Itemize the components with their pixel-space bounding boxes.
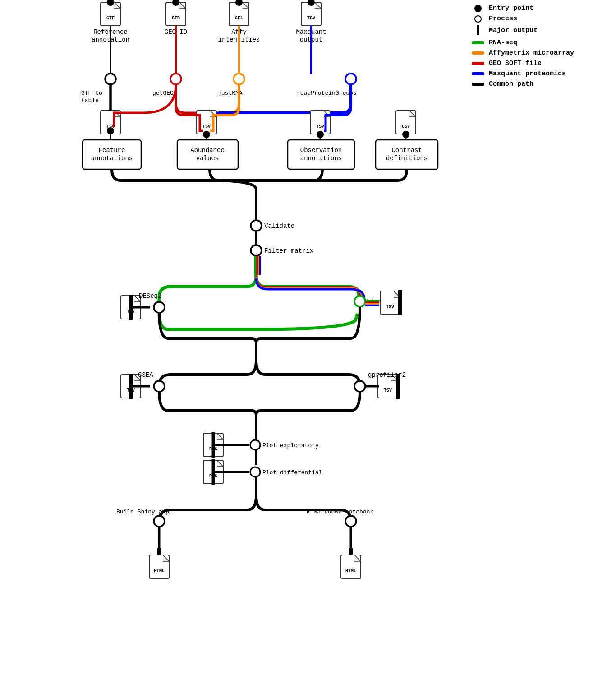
label-observation2: annotations: [300, 155, 342, 162]
path-blue-right: [256, 278, 364, 300]
label-observation: Observation: [300, 147, 342, 154]
label-feature-annotations: Feature: [99, 147, 125, 154]
process-plot-exploratory: [250, 440, 260, 450]
svg-text:TSV: TSV: [202, 124, 211, 129]
svg-text:TSV: TSV: [307, 16, 315, 21]
path-orange-right: [256, 277, 363, 299]
label-gtf-to-table2: table: [81, 97, 99, 104]
path-trunk-left: [112, 169, 256, 203]
svg-text:TSV: TSV: [384, 388, 392, 393]
label-abundance-values2: values: [196, 155, 219, 162]
path-trunk-right: [256, 169, 407, 180]
process-justrma: [234, 74, 244, 84]
entry-dot-feature2: [107, 127, 114, 134]
process-gtf-to-table: [105, 74, 116, 84]
path-deseq2-to-limma: [159, 313, 358, 329]
file-html-rmarkdown: HTML: [341, 555, 361, 578]
path-gsea-fork: [159, 361, 256, 386]
label-plot-differential: Plot differential: [262, 469, 322, 476]
process-filter-matrix: [251, 245, 262, 256]
entry-dot-abundance: [203, 131, 210, 138]
label-feature-annotations2: annotations: [91, 155, 133, 162]
label-r-markdown: R Markdown notebook: [307, 509, 373, 515]
process-gsea: [154, 381, 165, 392]
path-gprofiler-trunk: [256, 392, 360, 415]
process-validate: [251, 220, 262, 231]
path-gsea-trunk: [159, 392, 256, 415]
process-readproteingroups: [345, 74, 356, 84]
path-trunk-center-left: [210, 169, 256, 180]
svg-text:CEL: CEL: [235, 16, 243, 21]
entry-dot-contrast: [402, 131, 409, 138]
svg-text:HTML: HTML: [154, 569, 165, 573]
entry-dot-observation: [317, 131, 324, 138]
label-contrast2: definitions: [386, 155, 428, 162]
process-plot-differential: [250, 467, 260, 477]
path-green-left: [159, 275, 256, 307]
label-validate: Validate: [264, 222, 294, 230]
svg-text:CSV: CSV: [402, 124, 410, 129]
process-build-shiny: [154, 516, 165, 527]
process-gprofiler2: [354, 381, 365, 392]
path-red-right: [256, 276, 361, 298]
label-readproteingroups: readProteinGroups: [297, 90, 357, 97]
process-deseq2: [154, 302, 165, 313]
label-deseq2: DESeq2: [139, 292, 161, 300]
svg-text:TSV: TSV: [316, 124, 324, 129]
workflow-diagram: GTF STR CEL TSV Reference annotation GEO…: [0, 0, 616, 689]
process-r-markdown: [345, 516, 356, 527]
main-container: Entry point Process Major output RNA-seq: [0, 0, 616, 689]
svg-text:GTF: GTF: [106, 16, 115, 21]
path-red-abundance: [176, 84, 203, 131]
path-shiny-fork: [159, 496, 256, 521]
label-plot-exploratory: Plot exploratory: [262, 442, 319, 449]
svg-text:HTML: HTML: [345, 569, 356, 573]
file-csv-contrast: CSV: [396, 111, 416, 134]
file-tsv-limma: TSV: [380, 291, 400, 314]
label-abundance-values: Abundance: [190, 147, 225, 154]
label-gprofiler2: gprofiler2: [368, 371, 406, 379]
label-build-shiny: Build Shiny app: [116, 509, 169, 515]
label-gsea: GSEA: [138, 371, 153, 379]
label-contrast: Contrast: [391, 147, 422, 154]
file-html-shiny: HTML: [149, 555, 169, 578]
path-trunk-center-right: [256, 169, 322, 180]
process-limma: [354, 296, 365, 307]
label-gtf-to-table: GTF to: [81, 90, 102, 97]
svg-text:TSV: TSV: [386, 305, 394, 310]
svg-text:STR: STR: [172, 16, 180, 21]
path-gprofiler-fork: [256, 361, 360, 386]
label-getgeo: getGEO: [152, 90, 174, 97]
process-getgeo: [170, 74, 181, 84]
label-filter-matrix: Filter matrix: [264, 247, 313, 254]
